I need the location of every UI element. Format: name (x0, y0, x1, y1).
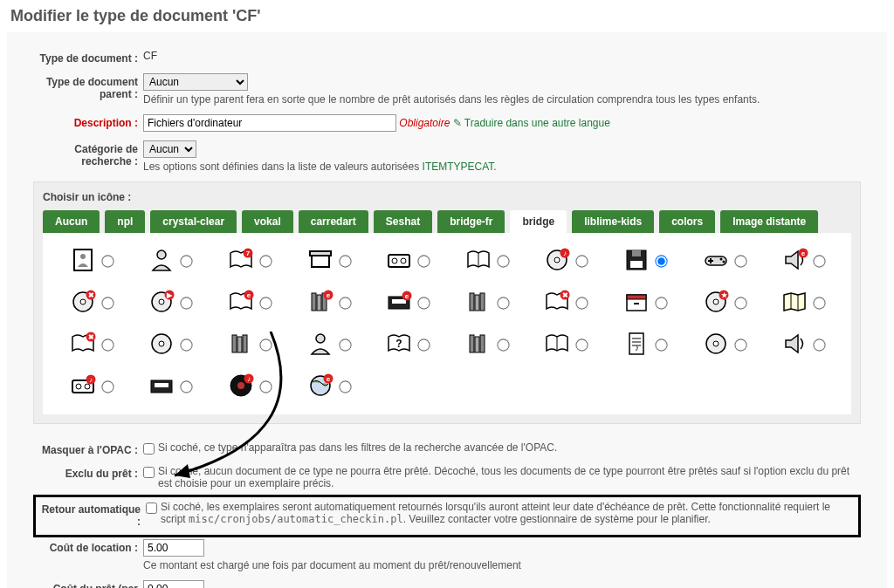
radio-box[interactable] (339, 255, 351, 267)
svg-point-21 (719, 257, 722, 260)
input-description[interactable] (143, 114, 396, 132)
icon-cell-globe-e: e (291, 369, 367, 404)
radio-book-x[interactable] (576, 297, 588, 309)
cassette-icon (385, 246, 413, 277)
radio-books-stack2[interactable] (259, 338, 272, 351)
svg-point-86 (237, 382, 244, 389)
bust-icon (148, 246, 175, 277)
row-cout-loc: Coût de location : Ce montant est chargé… (33, 539, 861, 571)
icon-cell-map (765, 285, 841, 320)
radio-cd-cancel[interactable] (101, 297, 113, 309)
radio-cd2[interactable] (734, 338, 746, 351)
tab-carredart[interactable]: carredart (299, 210, 368, 233)
icon-cell-bust (133, 243, 209, 278)
icon-cell-cassette (369, 243, 445, 278)
radio-globe-e[interactable] (339, 380, 351, 393)
icon-cell-books-stack3 (449, 327, 525, 362)
link-itemtypecat[interactable]: ITEMTYPECAT (423, 161, 494, 173)
svg-rect-46 (480, 293, 485, 311)
radio-books-stack-e[interactable] (339, 297, 351, 309)
svg-text:?: ? (396, 338, 402, 350)
radio-cassette[interactable] (418, 255, 430, 267)
input-cout-pret[interactable] (143, 580, 204, 588)
svg-rect-68 (475, 337, 479, 352)
icon-cell-bust2 (291, 327, 367, 362)
radio-cd-star[interactable] (734, 297, 746, 309)
icon-cell-book-x2: ✖ (53, 327, 129, 362)
radio-record-e[interactable] (259, 380, 272, 393)
label-type-doc: Type de document : (33, 50, 138, 65)
radio-books-stack[interactable] (497, 297, 509, 309)
radio-cassette-e[interactable] (101, 380, 113, 393)
radio-bust[interactable] (181, 255, 193, 267)
tab-seshat[interactable]: Seshat (374, 210, 432, 233)
tab-bridge-fr[interactable]: bridge-fr (437, 210, 505, 233)
checkbox-masquer[interactable] (143, 443, 155, 455)
tabs: Aucunnplcrystal-clearvokalcarredartSesha… (43, 210, 851, 233)
radio-book-e[interactable] (259, 297, 272, 309)
icon-cell-vhs-e: e (369, 285, 445, 320)
cd-icon (148, 330, 175, 360)
tab-liblime-kids[interactable]: liblime-kids (572, 210, 654, 233)
pencil-icon: ✎ (453, 117, 462, 129)
map-icon (781, 288, 808, 318)
books-stack2-icon (227, 330, 255, 360)
radio-open-book[interactable] (497, 255, 509, 267)
svg-rect-35 (312, 293, 316, 311)
books-stack3-icon (464, 330, 492, 360)
tab-crystal-clear[interactable]: crystal-clear (150, 210, 237, 233)
icon-cell-box (291, 243, 367, 278)
radio-cd-play[interactable] (181, 297, 193, 309)
tab-bridge[interactable]: bridge (510, 210, 567, 233)
radio-book2[interactable] (576, 338, 588, 351)
row-description: Description : Obligatoire ✎ Traduire dan… (33, 114, 861, 132)
radio-vhs-e[interactable] (418, 297, 430, 309)
radio-drawer[interactable] (655, 297, 667, 309)
select-categorie[interactable]: Aucun (143, 140, 196, 158)
radio-floppy[interactable] (655, 255, 667, 267)
label-type-parent: Type de document parent : (33, 73, 138, 100)
checkbox-retour[interactable] (146, 503, 157, 514)
radio-bust2[interactable] (339, 338, 351, 351)
book-x-icon: ✖ (543, 288, 571, 318)
radio-vhs[interactable] (181, 380, 193, 393)
radio-cd-music[interactable] (576, 255, 588, 267)
tab-vokal[interactable]: vokal (242, 210, 293, 233)
icon-cell-gamepad (686, 243, 762, 278)
radio-books-stack3[interactable] (497, 338, 509, 351)
tab-npl[interactable]: npl (105, 210, 145, 233)
icon-cell-speaker-e: e (765, 243, 841, 278)
radio-map[interactable] (814, 297, 826, 309)
link-traduire[interactable]: Traduire dans une autre langue (464, 117, 610, 129)
radio-gamepad[interactable] (734, 255, 746, 267)
input-cout-loc[interactable] (143, 539, 204, 557)
radio-cd[interactable] (181, 338, 193, 351)
svg-point-30 (159, 299, 164, 304)
svg-rect-45 (475, 295, 479, 311)
help-categorie: Les options sont définies dans la liste … (143, 161, 861, 173)
tab-colors[interactable]: colors (659, 210, 715, 233)
radio-portrait[interactable] (101, 255, 113, 267)
radio-book-7[interactable] (259, 255, 272, 267)
radio-speaker[interactable] (814, 338, 826, 351)
radio-book-x2[interactable] (101, 338, 113, 351)
icon-cell-books-stack-e: e (291, 285, 367, 320)
gamepad-icon (702, 246, 730, 277)
tab-aucun[interactable]: Aucun (43, 210, 100, 233)
icon-cell-book-x: ✖ (528, 285, 604, 320)
select-type-parent[interactable]: Aucun (143, 73, 248, 91)
cd-music-icon: ♪ (543, 246, 571, 277)
icon-cell-record-e: ♪ (211, 369, 287, 404)
radio-speaker-e[interactable] (814, 255, 826, 267)
open-book-icon (464, 246, 492, 277)
checkbox-exclu[interactable] (143, 467, 155, 478)
row-retour: Retour automatique : Si coché, les exemp… (36, 501, 858, 528)
portrait-icon (69, 246, 97, 277)
radio-sheet-music[interactable] (655, 338, 667, 351)
svg-text:e: e (326, 375, 330, 383)
tab-image-distante[interactable]: Image distante (720, 210, 818, 233)
icon-cell-books-stack2 (211, 327, 287, 362)
radio-book-q[interactable] (418, 338, 430, 351)
value-type-doc: CF (143, 50, 861, 62)
icon-cell-book2 (528, 327, 604, 362)
